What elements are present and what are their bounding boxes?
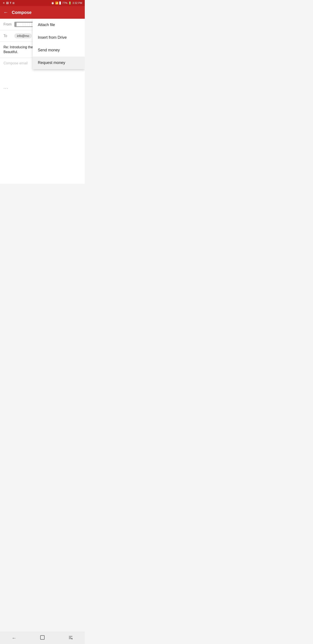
page-title: Compose xyxy=(12,10,81,15)
battery-percentage: 77% xyxy=(62,2,67,4)
request-money-menu-item[interactable]: Request money xyxy=(33,56,85,69)
request-money-label: Request money xyxy=(38,60,65,65)
to-email-value: info@mo xyxy=(17,34,29,38)
back-button[interactable]: ← xyxy=(3,10,8,15)
compose-container: From ████████████ To info@mo Re: Introdu… xyxy=(0,19,85,92)
battery-icon: 🔋 xyxy=(68,2,71,4)
send-money-menu-item[interactable]: Send money xyxy=(33,44,85,56)
signal-icon: ▊ xyxy=(59,2,61,4)
brightness-icon: ☀ xyxy=(2,2,5,4)
alarm-icon: ⏰ xyxy=(51,2,54,4)
to-label: To xyxy=(3,34,14,38)
telekom-icon: ⊞ xyxy=(12,2,14,4)
from-label: From xyxy=(3,22,14,26)
dropdown-menu: Attach file Insert from Drive Send money… xyxy=(33,19,85,69)
wifi-icon: 📶 xyxy=(55,2,58,4)
main-content xyxy=(0,92,85,184)
status-icons-right: ⏰ 📶 ▊ 77% 🔋 3:32 PM xyxy=(51,2,82,4)
clock: 3:32 PM xyxy=(72,2,82,4)
image-icon: 🖼 xyxy=(6,2,9,4)
status-bar: ☀ 🖼 T ⊞ ⏰ 📶 ▊ 77% 🔋 3:32 PM xyxy=(0,0,85,6)
send-money-label: Send money xyxy=(38,48,60,52)
tmobile-icon: T xyxy=(10,2,11,4)
insert-drive-label: Insert from Drive xyxy=(38,35,67,40)
to-email-chip[interactable]: info@mo xyxy=(14,33,32,38)
compose-body-placeholder: Compose email xyxy=(3,61,28,65)
insert-drive-menu-item[interactable]: Insert from Drive xyxy=(33,31,85,44)
ellipsis-menu[interactable]: ··· xyxy=(0,84,85,92)
app-bar: ← Compose xyxy=(0,6,85,19)
attach-file-menu-item[interactable]: Attach file xyxy=(33,19,85,31)
attach-file-label: Attach file xyxy=(38,23,55,27)
status-icons-left: ☀ 🖼 T ⊞ xyxy=(2,2,14,4)
